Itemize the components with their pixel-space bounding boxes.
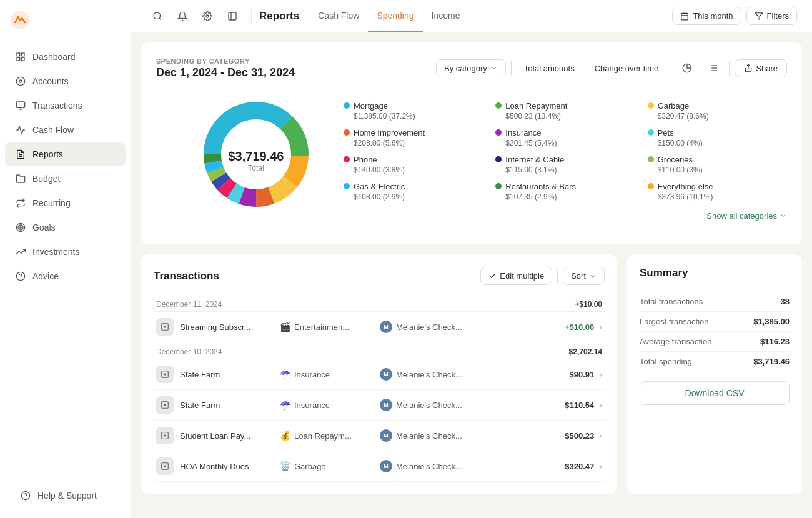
spending-date-range: Dec 1, 2024 - Dec 31, 2024 bbox=[156, 66, 295, 79]
edit-multiple-button[interactable]: Edit multiple bbox=[480, 267, 552, 285]
sidebar-item-transactions[interactable]: Transactions bbox=[5, 94, 126, 117]
tx-chevron-icon: › bbox=[599, 369, 602, 379]
tx-name: Streaming Subscr... bbox=[180, 322, 280, 332]
svg-point-5 bbox=[16, 77, 24, 85]
tab-cash-flow[interactable]: Cash Flow bbox=[309, 0, 368, 32]
legend-value: $201.45 (5.4%) bbox=[505, 139, 635, 147]
sidebar-item-recurring[interactable]: Recurring bbox=[5, 191, 126, 215]
filters-button[interactable]: Filters bbox=[746, 7, 797, 25]
legend-value: $110.00 (3%) bbox=[658, 166, 787, 174]
legend-dot bbox=[344, 102, 350, 109]
legend-item: Gas & Electric $108.00 (2.9%) bbox=[344, 182, 483, 201]
sidebar-item-cashflow[interactable]: Cash Flow bbox=[5, 118, 126, 142]
list-chart-icon-btn[interactable] bbox=[703, 57, 724, 79]
donut-center: $3,719.46 Total bbox=[229, 149, 284, 172]
sidebar-label-dashboard: Dashboard bbox=[32, 52, 76, 62]
tab-income[interactable]: Income bbox=[423, 0, 469, 32]
help-label: Help & Support bbox=[37, 491, 97, 501]
legend-item: Groceries $110.00 (3%) bbox=[648, 155, 787, 174]
sidebar-item-help[interactable]: Help & Support bbox=[10, 484, 121, 507]
legend-value: $373.96 (10.1%) bbox=[658, 192, 787, 201]
tx-account: M Melanie's Check... bbox=[380, 399, 480, 411]
search-icon-btn[interactable] bbox=[146, 5, 169, 27]
summary-row-value: $1,385.00 bbox=[753, 317, 790, 326]
legend-item: Pets $150.00 (4%) bbox=[648, 128, 787, 147]
sidebar-label-cashflow: Cash Flow bbox=[32, 125, 74, 135]
transactions-list: December 11, 2024 +$10.00 Streaming Subs… bbox=[154, 295, 605, 482]
legend-item: Internet & Cable $115.00 (3.1%) bbox=[495, 155, 635, 174]
summary-row: Largest transaction $1,385.00 bbox=[640, 312, 790, 332]
legend-value: $208.00 (5.6%) bbox=[354, 139, 483, 147]
tx-icon bbox=[156, 427, 174, 444]
sidebar-item-reports[interactable]: Reports bbox=[5, 142, 126, 166]
sidebar-label-transactions: Transactions bbox=[32, 101, 82, 111]
sort-button[interactable]: Sort bbox=[563, 267, 605, 285]
tx-icon bbox=[156, 396, 174, 414]
recurring-icon bbox=[15, 197, 26, 209]
table-row[interactable]: HOA Monthly Dues 🗑️ Garbage M Melanie's … bbox=[154, 451, 605, 482]
total-amounts-button[interactable]: Total amounts bbox=[517, 60, 582, 77]
legend-dot bbox=[495, 102, 502, 109]
table-row[interactable]: State Farm ☂️ Insurance M Melanie's Chec… bbox=[154, 390, 605, 421]
share-button[interactable]: Share bbox=[735, 59, 787, 77]
tx-account: M Melanie's Check... bbox=[380, 429, 480, 442]
advice-icon bbox=[15, 271, 26, 282]
transactions-controls: Edit multiple Sort bbox=[480, 267, 605, 285]
table-row[interactable]: State Farm ☂️ Insurance M Melanie's Chec… bbox=[154, 359, 605, 390]
svg-rect-7 bbox=[16, 102, 24, 107]
tx-name: HOA Monthly Dues bbox=[180, 462, 280, 471]
divider bbox=[511, 61, 512, 76]
sidebar-label-advice: Advice bbox=[32, 271, 59, 281]
legend-value: $115.00 (3.1%) bbox=[505, 166, 635, 174]
chart-section: $3,719.46 Total Mortgage $1,385.00 (37.2… bbox=[156, 92, 787, 229]
summary-row: Total transactions 38 bbox=[640, 292, 790, 312]
sidebar-item-accounts[interactable]: Accounts bbox=[5, 69, 126, 93]
tx-icon bbox=[156, 318, 174, 336]
legend-value: $140.00 (3.8%) bbox=[354, 166, 483, 174]
transaction-date-group: December 10, 2024 $2,702.14 bbox=[154, 342, 605, 359]
dashboard-icon bbox=[15, 51, 26, 62]
download-csv-button[interactable]: Download CSV bbox=[640, 381, 790, 405]
table-row[interactable]: Student Loan Pay... 💰 Loan Repaym... M M… bbox=[154, 421, 605, 451]
sidebar-item-advice[interactable]: Advice bbox=[5, 264, 126, 288]
sidebar-item-investments[interactable]: Investments bbox=[5, 240, 126, 264]
by-category-button[interactable]: By category bbox=[436, 59, 506, 77]
goals-icon bbox=[15, 222, 26, 233]
sidebar: Dashboard Accounts Transactions Cash Flo… bbox=[0, 0, 131, 518]
legend-dot bbox=[495, 183, 502, 189]
tx-acct-avatar: M bbox=[380, 321, 392, 333]
this-month-button[interactable]: This month bbox=[672, 7, 741, 25]
sidebar-nav: Dashboard Accounts Transactions Cash Flo… bbox=[0, 44, 131, 483]
sidebar-label-reports: Reports bbox=[32, 149, 63, 159]
settings-icon-btn[interactable] bbox=[196, 5, 219, 27]
change-over-time-button[interactable]: Change over time bbox=[587, 60, 666, 77]
spending-by-category-card: SPENDING BY CATEGORY Dec 1, 2024 - Dec 3… bbox=[141, 42, 802, 244]
sidebar-item-goals[interactable]: Goals bbox=[5, 216, 126, 239]
tab-spending[interactable]: Spending bbox=[368, 0, 422, 32]
legend-item: Restaurants & Bars $107.35 (2.9%) bbox=[495, 182, 635, 201]
legend-name: Everything else bbox=[648, 182, 787, 191]
transactions-icon bbox=[15, 100, 26, 111]
bottom-section: Transactions Edit multiple Sort D bbox=[131, 254, 812, 504]
sidebar-item-budget[interactable]: Budget bbox=[5, 167, 126, 191]
donut-total-label: Total bbox=[229, 164, 284, 172]
pie-chart-icon-btn[interactable] bbox=[676, 57, 698, 79]
page-title: Reports bbox=[259, 10, 299, 22]
table-row[interactable]: Streaming Subscr... 🎬 Entertainmen... M … bbox=[154, 312, 605, 342]
legend-value: $150.00 (4%) bbox=[658, 139, 787, 147]
summary-row-label: Total transactions bbox=[640, 297, 703, 306]
sidebar-toggle-btn[interactable] bbox=[221, 5, 244, 27]
cashflow-icon bbox=[15, 124, 26, 136]
svg-marker-27 bbox=[755, 12, 763, 19]
svg-rect-3 bbox=[21, 57, 24, 61]
legend-dot bbox=[495, 156, 502, 162]
legend-name: Pets bbox=[648, 128, 787, 137]
sidebar-item-dashboard[interactable]: Dashboard bbox=[5, 45, 126, 69]
tx-group-date: December 10, 2024 bbox=[156, 347, 222, 356]
tx-amount: $500.23 bbox=[565, 431, 594, 441]
svg-rect-21 bbox=[229, 12, 236, 20]
tx-category: 🎬 Entertainmen... bbox=[280, 322, 380, 332]
notifications-icon-btn[interactable] bbox=[171, 5, 194, 27]
show-all-categories-button[interactable]: Show all categories bbox=[706, 211, 787, 221]
divider4 bbox=[557, 269, 558, 284]
